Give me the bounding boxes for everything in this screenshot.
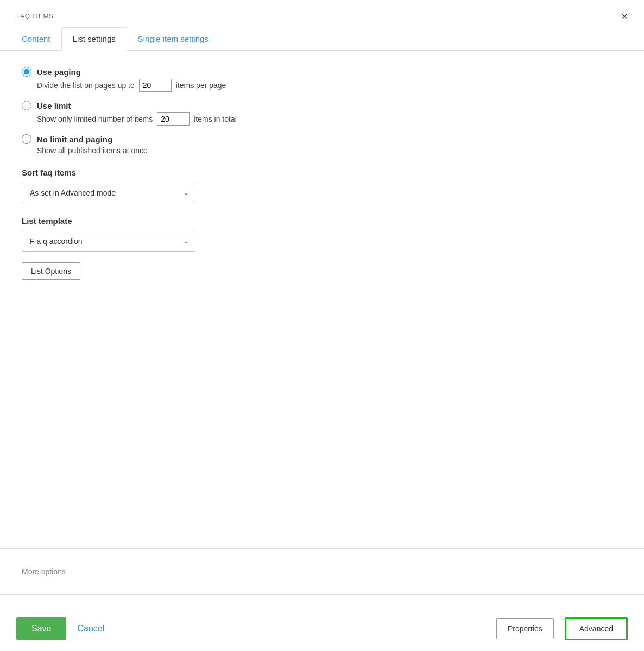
use-paging-desc-prefix: Divide the list on pages up to bbox=[37, 81, 135, 90]
use-limit-desc: Show only limited number of items items … bbox=[22, 112, 622, 126]
paging-radio-group: Use paging Divide the list on pages up t… bbox=[22, 67, 622, 155]
sort-dropdown[interactable]: As set in Advanced mode By title A-Z By … bbox=[22, 183, 195, 203]
template-dropdown[interactable]: F a q accordion Standard list Grid bbox=[22, 231, 195, 252]
template-dropdown-wrapper: F a q accordion Standard list Grid ⌄ bbox=[22, 231, 195, 252]
tab-single-item-settings[interactable]: Single item settings bbox=[127, 27, 219, 51]
use-limit-label[interactable]: Use limit bbox=[22, 101, 622, 110]
divider-footer bbox=[0, 594, 644, 595]
use-limit-desc-suffix: items in total bbox=[194, 115, 237, 123]
close-button[interactable]: × bbox=[621, 11, 628, 22]
no-limit-radio[interactable] bbox=[22, 134, 31, 144]
dialog-footer: Save Cancel Properties Advanced bbox=[0, 606, 644, 651]
list-options-button[interactable]: List Options bbox=[22, 262, 80, 280]
use-paging-desc: Divide the list on pages up to items per… bbox=[22, 79, 622, 92]
template-section: List template F a q accordion Standard l… bbox=[22, 216, 622, 280]
no-limit-label[interactable]: No limit and paging bbox=[22, 134, 622, 144]
tabs-bar: Content List settings Single item settin… bbox=[0, 27, 644, 51]
no-limit-desc-text: Show all published items at once bbox=[37, 146, 148, 155]
dialog: FAQ ITEMS × Content List settings Single… bbox=[0, 0, 644, 651]
cancel-button[interactable]: Cancel bbox=[77, 624, 104, 634]
more-options-label: More options bbox=[0, 560, 644, 584]
tab-list-settings[interactable]: List settings bbox=[61, 27, 127, 51]
use-paging-radio[interactable] bbox=[22, 67, 31, 77]
no-limit-title: No limit and paging bbox=[37, 135, 112, 144]
use-paging-label[interactable]: Use paging bbox=[22, 67, 622, 77]
use-paging-option: Use paging Divide the list on pages up t… bbox=[22, 67, 622, 92]
use-limit-title: Use limit bbox=[37, 101, 71, 110]
use-limit-input[interactable] bbox=[157, 112, 190, 126]
sort-dropdown-wrapper: As set in Advanced mode By title A-Z By … bbox=[22, 183, 195, 203]
use-paging-input[interactable] bbox=[139, 79, 172, 92]
use-paging-title: Use paging bbox=[37, 67, 81, 77]
no-limit-option: No limit and paging Show all published i… bbox=[22, 134, 622, 155]
sort-label: Sort faq items bbox=[22, 168, 622, 177]
use-limit-option: Use limit Show only limited number of it… bbox=[22, 101, 622, 126]
save-button[interactable]: Save bbox=[16, 617, 66, 640]
advanced-button[interactable]: Advanced bbox=[565, 617, 628, 640]
tab-content[interactable]: Content bbox=[11, 27, 61, 51]
dialog-title: FAQ ITEMS bbox=[16, 12, 54, 20]
properties-button[interactable]: Properties bbox=[496, 618, 554, 639]
no-limit-desc: Show all published items at once bbox=[22, 146, 622, 155]
use-limit-radio[interactable] bbox=[22, 101, 31, 110]
dialog-header: FAQ ITEMS × bbox=[0, 0, 644, 27]
template-label: List template bbox=[22, 216, 622, 226]
use-paging-desc-suffix: items per page bbox=[176, 81, 226, 90]
use-limit-desc-prefix: Show only limited number of items bbox=[37, 115, 153, 123]
divider-top bbox=[0, 548, 644, 549]
sort-section: Sort faq items As set in Advanced mode B… bbox=[22, 168, 622, 203]
tab-content-area: Use paging Divide the list on pages up t… bbox=[0, 61, 644, 537]
